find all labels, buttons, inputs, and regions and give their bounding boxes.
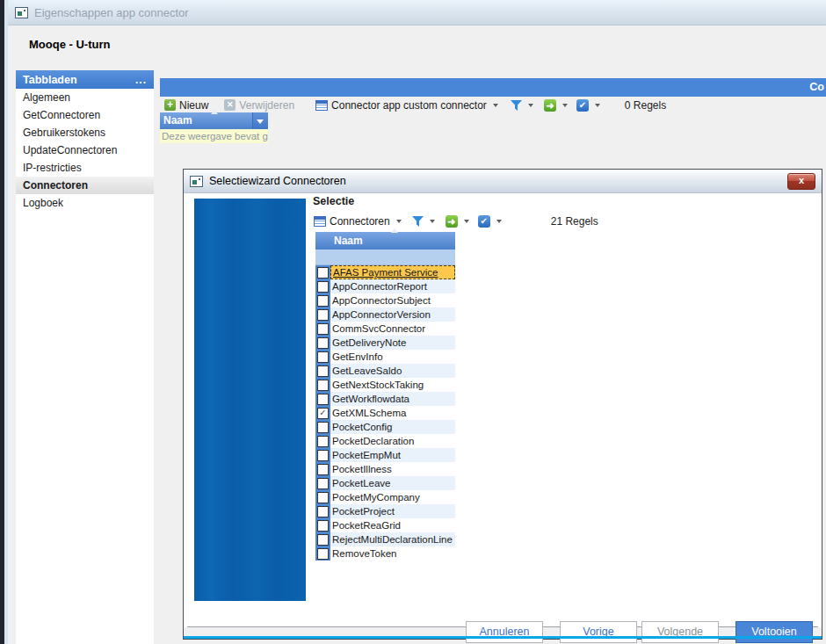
connector-name[interactable]: GetLeaveSaldo xyxy=(330,364,455,378)
sidebar-item-gebruikerstokens[interactable]: Gebruikerstokens xyxy=(16,124,154,141)
chevron-down-icon[interactable] xyxy=(430,220,435,223)
connector-name[interactable]: RejectMultiDeclarationLine xyxy=(330,532,455,546)
chevron-down-icon[interactable] xyxy=(493,104,498,107)
sidebar-item-logboek[interactable]: Logboek xyxy=(16,194,154,212)
connector-name[interactable]: RemoveToken xyxy=(330,546,455,561)
connector-name[interactable]: PocketDeclaration xyxy=(330,434,455,448)
close-button[interactable]: x xyxy=(787,173,815,190)
selection-button[interactable]: ✔ xyxy=(478,215,502,228)
chevron-down-icon[interactable] xyxy=(595,104,600,107)
list-row[interactable]: PocketConfig xyxy=(315,420,455,434)
list-row[interactable]: GetLeaveSaldo xyxy=(315,364,455,378)
connector-name[interactable]: PocketIllness xyxy=(330,462,455,476)
row-checkbox[interactable]: ✓ xyxy=(317,408,329,419)
connector-name[interactable]: GetEnvInfo xyxy=(330,350,455,364)
filter-button[interactable] xyxy=(511,100,533,111)
selection-button[interactable]: ✔ xyxy=(576,99,600,112)
sidebar-item-connectoren[interactable]: Connectoren xyxy=(16,177,154,194)
list-row[interactable]: PocketProject xyxy=(315,504,455,518)
chevron-down-icon[interactable] xyxy=(496,220,502,223)
dialog-titlebar[interactable]: Selectiewizard Connectoren x xyxy=(184,170,822,193)
connector-name[interactable]: PocketReaGrid xyxy=(330,518,455,532)
window-titlebar[interactable]: Eigenschappen app connector xyxy=(8,0,826,25)
row-checkbox[interactable] xyxy=(317,309,329,321)
connector-dropdown[interactable]: Connector app custom connector xyxy=(315,99,498,112)
voltooien-button[interactable]: Voltooien xyxy=(735,621,813,643)
list-column-header[interactable]: Naam xyxy=(315,232,455,250)
sidebar-item-getconnectoren[interactable]: GetConnectoren xyxy=(16,106,154,124)
connector-name[interactable]: PocketLeave xyxy=(330,476,455,490)
column-filter-dropdown[interactable] xyxy=(252,112,268,129)
list-row[interactable]: RejectMultiDeclarationLine xyxy=(315,532,455,546)
list-row[interactable]: GetEnvInfo xyxy=(315,350,455,364)
chevron-down-icon[interactable] xyxy=(562,104,568,107)
row-checkbox[interactable] xyxy=(317,478,329,489)
connector-name[interactable]: GetNextStockTaking xyxy=(330,378,455,392)
sidebar-item-algemeen[interactable]: Algemeen xyxy=(16,89,154,106)
connector-name[interactable]: GetWorkflowdata xyxy=(330,392,455,406)
sidebar-more-button[interactable]: ... xyxy=(135,74,147,86)
connector-name[interactable]: PocketEmpMut xyxy=(330,448,455,462)
sidebar-item-updateconnectoren[interactable]: UpdateConnectoren xyxy=(16,141,154,159)
row-checkbox[interactable] xyxy=(317,323,329,335)
connector-name[interactable]: AFAS Payment Service xyxy=(330,265,455,279)
list-row[interactable]: PocketDeclaration xyxy=(315,434,455,448)
delete-button[interactable]: ✕ Verwijderen xyxy=(224,99,294,112)
list-filter-row[interactable] xyxy=(315,250,455,265)
connector-name[interactable]: CommSvcConnector xyxy=(330,322,455,336)
connector-name[interactable]: AppConnectorSubject xyxy=(330,293,455,308)
row-checkbox[interactable] xyxy=(317,422,329,433)
row-checkbox[interactable] xyxy=(317,295,329,307)
connectoren-dropdown[interactable]: Connectoren xyxy=(314,215,402,228)
row-checkbox[interactable] xyxy=(317,464,329,475)
connector-name[interactable]: GetDeliveryNote xyxy=(330,336,455,350)
list-row[interactable]: AppConnectorSubject xyxy=(315,293,455,308)
filter-button[interactable] xyxy=(412,216,435,227)
list-row[interactable]: PocketLeave xyxy=(315,476,455,490)
row-checkbox[interactable] xyxy=(317,351,329,363)
go-button[interactable]: ➜ xyxy=(446,215,469,228)
main-grid-column-header[interactable]: Naam xyxy=(160,112,268,129)
connector-name[interactable]: AppConnectorReport xyxy=(330,279,455,293)
list-row[interactable]: ✓GetXMLSchema xyxy=(315,406,455,420)
row-checkbox[interactable] xyxy=(317,281,329,293)
list-row[interactable]: RemoveToken xyxy=(315,546,455,561)
connector-name[interactable]: AppConnectorVersion xyxy=(330,308,455,322)
row-checkbox[interactable] xyxy=(317,380,329,391)
list-row[interactable]: PocketReaGrid xyxy=(315,518,455,532)
volgende-button[interactable]: Volgende xyxy=(641,621,719,643)
list-row[interactable]: AppConnectorVersion xyxy=(315,308,455,322)
list-row[interactable]: GetWorkflowdata xyxy=(315,392,455,406)
row-checkbox[interactable] xyxy=(317,534,329,546)
list-row[interactable]: PocketIllness xyxy=(315,462,455,476)
row-checkbox[interactable] xyxy=(317,492,329,503)
go-button[interactable]: ➜ xyxy=(544,99,568,112)
sidebar-item-ip-restricties[interactable]: IP-restricties xyxy=(16,159,154,177)
row-checkbox[interactable] xyxy=(317,394,329,405)
row-checkbox[interactable] xyxy=(317,337,329,349)
connector-name[interactable]: PocketMyCompany xyxy=(330,490,455,504)
chevron-down-icon[interactable] xyxy=(528,104,533,107)
row-checkbox[interactable] xyxy=(317,450,329,461)
row-checkbox[interactable] xyxy=(317,365,329,377)
row-checkbox[interactable] xyxy=(317,548,329,560)
annuleren-button[interactable]: Annuleren xyxy=(466,621,543,643)
list-row[interactable]: PocketEmpMut xyxy=(315,448,455,462)
row-checkbox[interactable] xyxy=(317,506,329,517)
row-checkbox[interactable] xyxy=(317,436,329,447)
list-row[interactable]: AFAS Payment Service xyxy=(315,265,455,279)
list-row[interactable]: GetDeliveryNote xyxy=(315,336,455,350)
connector-name[interactable]: GetXMLSchema xyxy=(330,406,455,420)
connector-name[interactable]: PocketConfig xyxy=(330,420,455,434)
list-row[interactable]: CommSvcConnector xyxy=(315,322,455,336)
row-checkbox[interactable] xyxy=(317,520,329,532)
new-button[interactable]: + Nieuw xyxy=(164,99,208,112)
row-checkbox[interactable] xyxy=(317,267,329,279)
vorige-button[interactable]: Vorige xyxy=(560,621,637,643)
chevron-down-icon[interactable] xyxy=(396,220,402,223)
list-row[interactable]: PocketMyCompany xyxy=(315,490,455,504)
connector-name[interactable]: PocketProject xyxy=(330,504,455,518)
list-row[interactable]: AppConnectorReport xyxy=(315,279,455,293)
list-row[interactable]: GetNextStockTaking xyxy=(315,378,455,392)
chevron-down-icon[interactable] xyxy=(464,220,469,223)
